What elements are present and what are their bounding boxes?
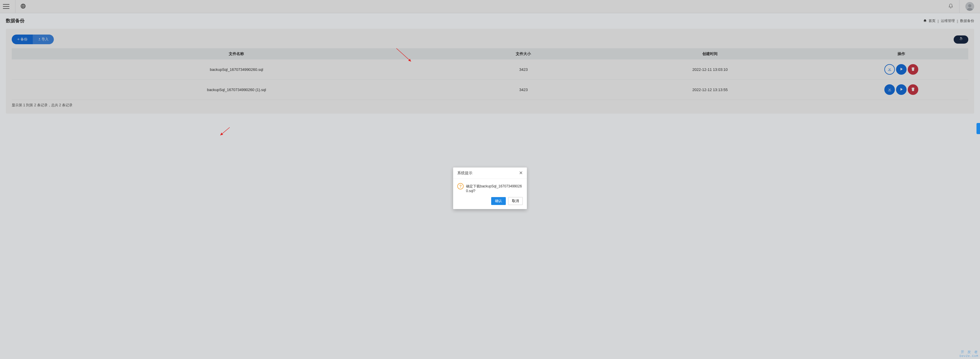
svg-line-2 xyxy=(220,128,230,135)
home-icon xyxy=(923,19,927,23)
breadcrumb: 首页 ‖ 运维管理 ‖ 数据备份 xyxy=(923,18,974,24)
breadcrumb-mid: 运维管理 xyxy=(941,18,955,24)
upload-icon xyxy=(38,37,41,41)
confirm-modal: 系统提示 ✕ ? 确定下载backupSql_1670734990260.sql… xyxy=(453,168,527,168)
top-navbar xyxy=(0,0,980,13)
annotation-arrow-2 xyxy=(218,126,232,139)
download-button[interactable] xyxy=(885,64,895,75)
delete-button[interactable] xyxy=(908,85,918,95)
refresh-button[interactable] xyxy=(954,35,968,44)
side-tab[interactable] xyxy=(977,123,980,134)
cell-filesize: 3423 xyxy=(461,59,585,80)
col-filename: 文件名称 xyxy=(12,48,461,59)
cell-filesize: 3423 xyxy=(461,80,585,100)
breadcrumb-home[interactable]: 首页 xyxy=(929,18,935,24)
play-icon xyxy=(899,87,904,93)
svg-point-0 xyxy=(968,4,972,7)
plus-icon xyxy=(17,37,20,41)
import-button-label: 导入 xyxy=(41,37,49,42)
play-icon xyxy=(899,67,904,72)
trash-icon xyxy=(911,67,915,72)
action-button-group: 备份 导入 xyxy=(12,35,54,44)
toolbar: 备份 导入 xyxy=(12,35,968,44)
divider xyxy=(15,0,16,13)
restore-button[interactable] xyxy=(896,85,907,95)
download-icon xyxy=(887,67,892,72)
restore-button[interactable] xyxy=(896,64,907,75)
import-button[interactable]: 导入 xyxy=(33,35,54,44)
backup-table: 文件名称 文件大小 创建时间 操作 backupSql_167073499026… xyxy=(12,48,968,100)
table-summary: 显示第 1 到第 2 条记录，总共 2 条记录 xyxy=(12,100,968,108)
download-button[interactable] xyxy=(885,85,895,95)
breadcrumb-sep: ‖ xyxy=(956,19,958,23)
page-header: 数据备份 首页 ‖ 运维管理 ‖ 数据备份 xyxy=(0,13,980,29)
cell-action xyxy=(834,80,968,100)
refresh-icon xyxy=(959,37,963,42)
notification-bell-icon[interactable] xyxy=(948,3,953,10)
content-card: 备份 导入 文件名称 文件大小 创建时间 操作 xyxy=(6,29,974,113)
cell-filename: backupSql_1670734990260.sql xyxy=(12,59,461,80)
globe-icon[interactable] xyxy=(20,3,26,10)
divider xyxy=(959,0,959,13)
backup-button-label: 备份 xyxy=(21,37,27,42)
menu-toggle-button[interactable] xyxy=(2,2,11,11)
trash-icon xyxy=(911,87,915,93)
breadcrumb-sep: ‖ xyxy=(937,19,939,23)
cell-action xyxy=(834,59,968,80)
backup-button[interactable]: 备份 xyxy=(12,35,33,44)
col-created: 创建时间 xyxy=(585,48,834,59)
col-filesize: 文件大小 xyxy=(461,48,585,59)
cell-created: 2022-12-12 13:13:55 xyxy=(585,80,834,100)
cell-created: 2022-12-11 13:03:10 xyxy=(585,59,834,80)
cell-filename: backupSql_1670734990260 (1).sql xyxy=(12,80,461,100)
page-title: 数据备份 xyxy=(6,18,25,24)
table-row: backupSql_1670734990260 (1).sql 3423 202… xyxy=(12,80,968,100)
download-icon xyxy=(887,87,892,93)
user-avatar[interactable] xyxy=(966,2,974,11)
col-action: 操作 xyxy=(834,48,968,59)
table-row: backupSql_1670734990260.sql 3423 2022-12… xyxy=(12,59,968,80)
delete-button[interactable] xyxy=(908,64,918,75)
breadcrumb-current: 数据备份 xyxy=(960,18,974,24)
